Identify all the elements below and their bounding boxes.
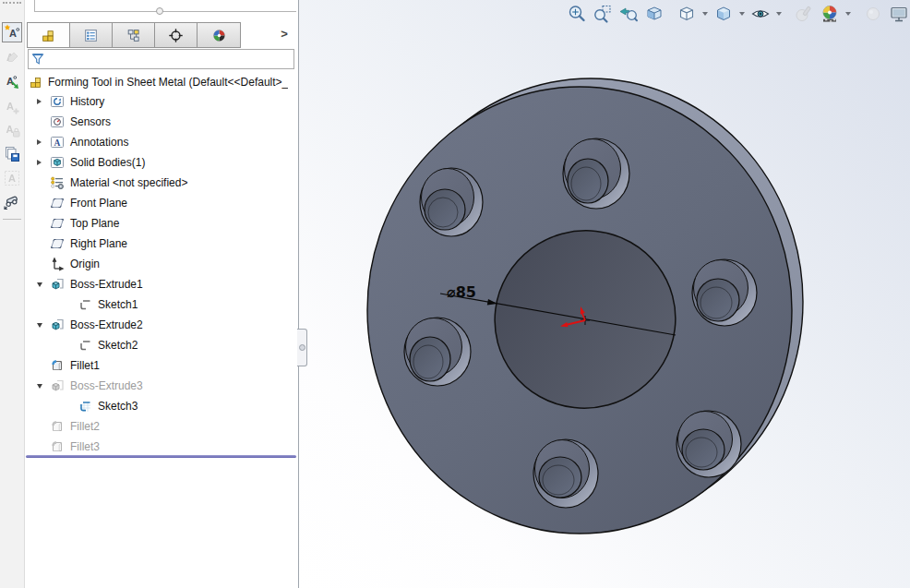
view-orientation-dropdown[interactable] [700, 3, 709, 25]
expand-icon[interactable] [29, 91, 50, 112]
tree-item-boss-extrude1[interactable]: Boss-Extrude1 [25, 274, 298, 294]
hide-show-items-dropdown[interactable] [774, 3, 783, 25]
spacer [29, 396, 50, 416]
spacer [29, 234, 50, 254]
tree-item-fillet3[interactable]: Fillet3 [25, 437, 298, 457]
dimension-text[interactable]: ⌀85 [447, 283, 476, 301]
section-view-button[interactable] [642, 3, 665, 25]
boss [563, 138, 629, 209]
note-lock-icon [3, 121, 21, 139]
spacer [29, 173, 50, 193]
apply-scene-icon [820, 4, 840, 24]
tab-overflow-chevron[interactable]: > [276, 26, 293, 42]
note-edit-button[interactable] [2, 47, 22, 67]
tree-item-history[interactable]: History [25, 91, 298, 112]
derive-button[interactable] [2, 191, 22, 211]
tab-dimxpertmanager[interactable] [155, 23, 198, 47]
boss [404, 318, 471, 386]
note-export-button[interactable] [2, 72, 22, 92]
tab-configurationmanager[interactable] [113, 23, 155, 47]
tree-item-label: Right Plane [70, 237, 127, 250]
screen-button[interactable] [887, 3, 910, 25]
filter-input[interactable] [47, 51, 293, 67]
tab-featuremanager[interactable] [28, 23, 70, 47]
expand-icon[interactable] [29, 132, 50, 152]
boss-extrude-icon [50, 277, 65, 292]
spacer [29, 437, 50, 457]
note-add-button[interactable] [2, 97, 22, 117]
tree-item-front-plane[interactable]: Front Plane [25, 193, 298, 213]
tree-item-top-plane[interactable]: Top Plane [25, 213, 298, 234]
apply-scene-dropdown[interactable] [844, 3, 852, 25]
tree-item-boss-extrude3[interactable]: Boss-Extrude3 [25, 376, 298, 396]
panel-top-divider [34, 0, 35, 11]
history-icon [50, 94, 65, 109]
headsup-toolbar [565, 3, 910, 25]
featuremanager-icon [41, 28, 56, 43]
toolbar-separator [3, 219, 21, 220]
view-orientation-button[interactable] [675, 3, 698, 25]
view-settings-button[interactable] [861, 3, 884, 25]
tree-item-sketch1[interactable]: Sketch1 [25, 294, 298, 315]
spacer [29, 193, 50, 213]
spacer [29, 416, 50, 437]
graphics-viewport[interactable]: ⌀85 [298, 0, 910, 588]
display-style-icon [713, 4, 734, 24]
zoom-to-fit-button[interactable] [565, 3, 588, 25]
boss [420, 168, 483, 236]
tree-item-label: Origin [70, 258, 100, 270]
tree-root-item[interactable]: Forming Tool in Sheet Metal (Default<<De… [25, 72, 298, 91]
edit-appearance-icon [794, 4, 814, 24]
note-lock-button[interactable] [2, 120, 22, 140]
tree-filter [28, 49, 294, 69]
save-bodies-button[interactable] [2, 144, 22, 164]
tree-item-solid-bodies[interactable]: Solid Bodies(1) [25, 152, 298, 173]
collapse-icon[interactable] [29, 274, 50, 294]
collapse-icon[interactable] [29, 315, 50, 335]
tree-item-label: Boss-Extrude1 [70, 278, 143, 291]
derive-icon [3, 192, 21, 210]
tree-item-fillet2[interactable]: Fillet2 [25, 416, 298, 437]
rollback-bar[interactable] [26, 455, 296, 458]
apply-scene-button[interactable] [818, 3, 841, 25]
collapse-icon[interactable] [29, 376, 50, 396]
annotation-toolbar [0, 0, 25, 588]
tab-propertymanager[interactable] [70, 23, 113, 47]
spacer [29, 213, 50, 234]
tree-item-right-plane[interactable]: Right Plane [25, 234, 298, 254]
plane-icon [50, 236, 65, 251]
zoom-to-area-button[interactable] [591, 3, 614, 25]
note-frame-button[interactable] [2, 168, 22, 188]
flange-model[interactable]: ⌀85 [299, 0, 910, 588]
tree-item-fillet1[interactable]: Fillet1 [25, 355, 298, 376]
tree-item-origin[interactable]: Origin [25, 254, 298, 274]
zoom-to-fit-icon [567, 4, 587, 24]
section-view-icon [644, 4, 665, 24]
tree-item-material[interactable]: Material <not specified> [25, 173, 298, 193]
edit-appearance-button[interactable] [792, 3, 815, 25]
note-edit-icon [3, 48, 21, 66]
zoom-to-area-icon [593, 4, 613, 24]
tree-item-sensors[interactable]: Sensors [25, 112, 298, 132]
tree-item-boss-extrude2[interactable]: Boss-Extrude2 [25, 315, 298, 335]
tree-item-annotations[interactable]: Annotations [25, 132, 298, 152]
tree-item-label: Material <not specified> [70, 176, 187, 189]
tree-root-label: Forming Tool in Sheet Metal (Default<<De… [48, 76, 288, 89]
spacer [29, 355, 50, 376]
tree-item-sketch2[interactable]: Sketch2 [25, 335, 298, 355]
toolbar-grip[interactable] [3, 2, 21, 4]
display-style-dropdown[interactable] [737, 3, 746, 25]
expand-icon[interactable] [29, 152, 50, 173]
panel-top-divider [34, 11, 296, 12]
note-star-button[interactable] [2, 22, 22, 42]
feature-tree: History Sensors Annotations Solid Bodies… [25, 91, 298, 457]
display-style-button[interactable] [712, 3, 735, 25]
tree-item-label: Boss-Extrude2 [70, 318, 143, 331]
tab-displaymanager[interactable] [198, 23, 240, 47]
previous-view-button[interactable] [617, 3, 640, 25]
panel-splitter-tab[interactable] [297, 329, 307, 366]
panel-collapse-grip[interactable] [156, 7, 163, 15]
hide-show-items-button[interactable] [748, 3, 772, 25]
configurationmanager-icon [126, 28, 141, 43]
tree-item-sketch3[interactable]: Sketch3 [25, 396, 298, 416]
